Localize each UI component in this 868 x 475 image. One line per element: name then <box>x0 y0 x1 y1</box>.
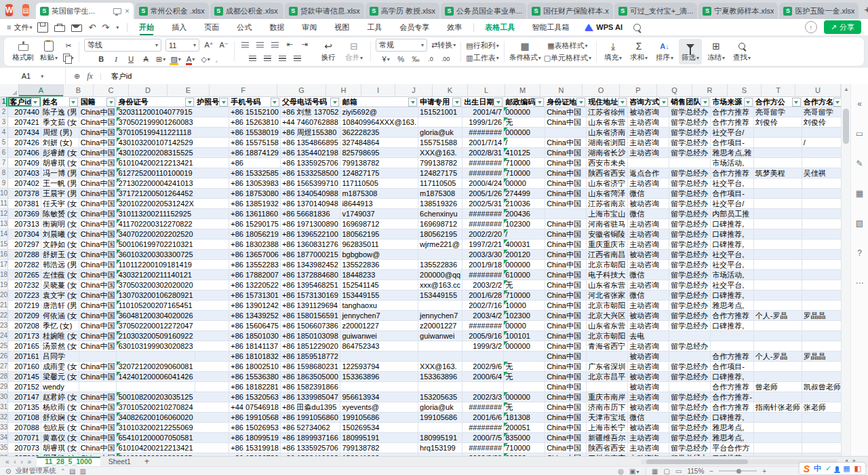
cell-F31[interactable]: +44 07546918 <box>229 402 281 413</box>
cell-A14[interactable]: 207304 <box>8 229 41 240</box>
column-header-R[interactable]: R <box>692 84 728 96</box>
edit-icon[interactable]: ✎ <box>856 159 863 168</box>
cell-C16[interactable]: China中国 <box>79 250 117 260</box>
zoom-formula-icon[interactable]: ⊕ <box>74 72 80 81</box>
cell-A16[interactable]: 207288 <box>8 250 41 260</box>
worksheet-button[interactable]: ▥ 工作表▾ <box>466 53 498 63</box>
cell-N16[interactable]: 被动咨询 <box>628 250 669 260</box>
column-header-G[interactable]: G <box>277 84 326 96</box>
menu-item-10[interactable]: 效率 <box>438 19 471 35</box>
row-header-2[interactable]: 2 <box>0 107 8 117</box>
cell-G24[interactable]: +86 1850103098 <box>280 331 340 341</box>
cell-Q19[interactable] <box>753 280 802 290</box>
cell-H13[interactable]: 169698712 <box>340 219 418 229</box>
cell-F30[interactable]: +86 15320563 <box>229 392 281 402</box>
cell-Q5[interactable] <box>753 138 802 148</box>
cell-L15[interactable]: China中国 <box>545 240 587 250</box>
row-header-23[interactable]: 23 <box>0 321 8 331</box>
percent-button[interactable]: % <box>395 54 406 64</box>
cell-O22[interactable]: 留学总经办 <box>669 311 711 321</box>
cell-F14[interactable]: +86 18056219 <box>229 229 281 240</box>
cell-N9[interactable]: 主动咨询 <box>628 178 669 189</box>
cell-Q10[interactable] <box>753 189 802 199</box>
cell-K23[interactable]: 00000 <box>504 321 545 331</box>
cell-P2[interactable]: 合作方推荐 <box>711 107 754 117</box>
cell-F29[interactable]: +86 18182281 <box>229 382 281 392</box>
cell-P13[interactable]: 口碑推荐, <box>711 219 754 229</box>
cell-H24[interactable]: guiwanwei <box>340 331 418 341</box>
column-header-C[interactable]: C <box>94 84 129 96</box>
cell-Q32[interactable] <box>753 413 802 423</box>
filter-dropdown-icon[interactable] <box>701 98 709 107</box>
header-cell-L1[interactable]: 身份证地 <box>545 97 587 107</box>
cell-K5[interactable]: / <box>504 138 545 148</box>
cell-P4[interactable]: 社交平台/ <box>711 128 754 138</box>
cell-P9[interactable]: 社交平台, <box>711 178 754 189</box>
name-box-dropdown-icon[interactable]: ▾ <box>41 73 43 79</box>
cell-D14[interactable]: 340702200202202520 <box>117 229 195 240</box>
cell-I24[interactable]: guiwanwei <box>418 331 462 341</box>
cell-L25[interactable]: China中国 <box>545 341 587 352</box>
cell-R5[interactable]: / <box>802 138 841 148</box>
cell-P7[interactable]: 市场活动, <box>711 158 754 168</box>
cell-R2[interactable]: 亮哥留学 <box>802 107 841 117</box>
cell-N27[interactable]: 主动咨询 <box>628 362 669 372</box>
italic-button[interactable]: I <box>111 54 121 64</box>
cell-L29[interactable]: China中国 <box>545 382 587 392</box>
cell-C15[interactable]: China中国 <box>79 240 117 250</box>
cell-O13[interactable]: 留学总经办 <box>669 219 711 229</box>
cell-B30[interactable]: 赵君婷 (女 <box>41 392 79 402</box>
cell-I28[interactable]: 153363896 <box>418 372 462 382</box>
cell-R27[interactable] <box>802 362 841 372</box>
cell-D32[interactable]: 340826200106060020 <box>117 413 195 423</box>
align-right-button[interactable] <box>277 54 288 64</box>
cell-H26[interactable] <box>340 352 418 362</box>
cell-E5[interactable] <box>195 138 229 148</box>
cell-O23[interactable]: 留学总经办 <box>669 321 711 331</box>
cell-H31[interactable]: xyevents@ <box>340 402 418 413</box>
cell-Q16[interactable] <box>753 250 802 260</box>
cell-P27[interactable]: 合作项目- <box>711 362 754 372</box>
cell-O31[interactable]: 留学总经办 <box>669 402 711 413</box>
cell-F9[interactable]: +86 13053983 <box>229 178 281 189</box>
cell-E17[interactable] <box>195 260 229 270</box>
cell-F11[interactable]: +86 13851932 <box>229 199 281 209</box>
cell-P32[interactable]: 口碑推荐, <box>711 413 754 423</box>
cell-J23[interactable]: ######## <box>462 321 504 331</box>
cell-R11[interactable] <box>802 199 841 209</box>
cell-M35[interactable]: 陕西省西安 <box>587 443 628 453</box>
cell-H6[interactable]: 825798695 <box>340 148 418 158</box>
conditional-format-button[interactable]: ▦ 条件格式▾ <box>509 39 541 64</box>
cell-L32[interactable]: China中国 <box>545 413 587 423</box>
cell-I8[interactable]: 124827175 <box>418 168 462 178</box>
cell-F5[interactable]: +86 15575158 <box>229 138 281 148</box>
cell-P33[interactable]: 雅思考点, <box>711 423 754 433</box>
cell-M10[interactable]: 山东省菏泽 <box>587 189 628 199</box>
cell-N4[interactable]: 主动咨询 <box>628 128 669 138</box>
cell-E35[interactable] <box>195 443 229 453</box>
cell-A2[interactable]: 207440 <box>8 107 41 117</box>
cell-Q27[interactable] <box>753 362 802 372</box>
cell-P20[interactable]: 口碑推荐, <box>711 290 754 301</box>
cell-I32[interactable]: 199105686 <box>418 413 462 423</box>
cell-I9[interactable]: 117110505 <box>418 178 462 189</box>
tab-table-tools[interactable]: 表格工具 <box>477 22 523 33</box>
cell-D7[interactable]: 610104200212213421 <box>117 158 195 168</box>
cell-L9[interactable]: China中国 <box>545 178 587 189</box>
filter-dropdown-icon[interactable] <box>535 98 544 107</box>
cell-E7[interactable] <box>195 158 229 168</box>
print-icon[interactable] <box>54 25 65 32</box>
cell-J16[interactable]: 2003/3/30 <box>462 250 504 260</box>
cell-D25[interactable]: 630103199903020823 <box>117 341 195 352</box>
record-icon[interactable]: ◎ <box>618 468 624 475</box>
row-header-22[interactable]: 22 <box>0 311 8 321</box>
filter-dropdown-icon[interactable] <box>408 98 417 107</box>
cell-P26[interactable]: 合作方推荐 <box>711 352 754 362</box>
cell-O27[interactable]: 留学总经办 <box>669 362 711 372</box>
increase-decimal-button[interactable]: .0 <box>425 54 436 64</box>
name-box[interactable]: A1 ▾ <box>0 68 66 84</box>
cell-J29[interactable] <box>462 382 504 392</box>
cell-I3[interactable] <box>418 117 462 128</box>
menu-item-9[interactable]: 会员专享 <box>391 19 438 35</box>
cell-I17[interactable]: 135522836 <box>418 260 462 270</box>
